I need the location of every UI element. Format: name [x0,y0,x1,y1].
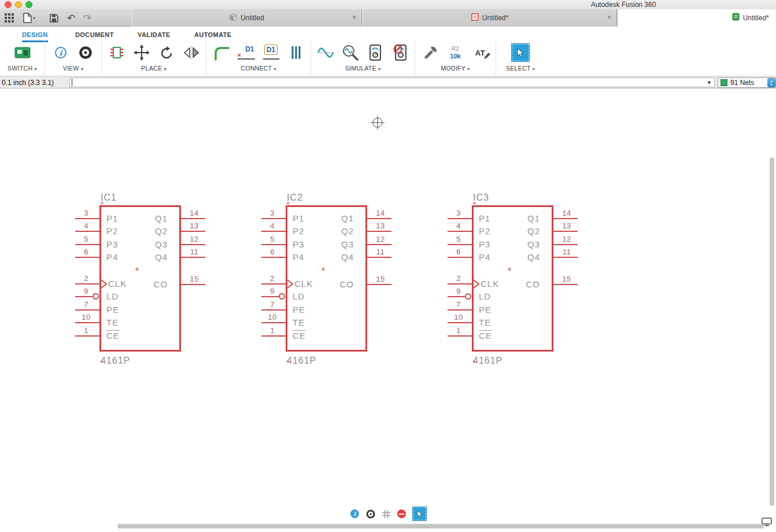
schematic-sheet[interactable]: i IC1++4161P+3P14P25P36P42CLK9LD7PE10TE1… [0,88,776,532]
component-IC1[interactable]: IC1++4161P+3P14P25P36P42CLK9LD7PE10TE1CE… [99,205,181,352]
grid-icon[interactable] [382,510,390,518]
pin-stub[interactable] [261,296,279,297]
pin-stub[interactable] [75,309,99,311]
close-window-button[interactable] [5,1,12,8]
nets-stepper[interactable]: ▲▼ [767,78,775,87]
net-label-icon[interactable]: ×D1 [236,42,257,64]
pin-stub[interactable] [75,335,99,337]
pin-stub[interactable] [261,257,286,258]
tab-document[interactable]: DOCUMENT [75,31,114,40]
pin-stub[interactable] [261,231,286,232]
info-icon[interactable]: i [350,509,359,518]
nets-selector[interactable]: 91 Nets ▲▼ [718,77,776,88]
switch-dropdown[interactable]: SWITCH ▾ [0,65,45,74]
command-input[interactable] [69,77,715,87]
switch-board-icon[interactable] [12,42,33,64]
pin-stub[interactable] [553,284,578,285]
label-icon[interactable]: D1 [261,42,282,64]
close-tab-icon[interactable]: × [607,14,611,21]
view-dropdown[interactable]: VIEW ▾ [45,65,101,74]
mirror-icon[interactable] [181,42,202,64]
select-tool-icon[interactable] [510,42,531,64]
select-dropdown[interactable]: SELECT ▾ [496,65,545,74]
component-value[interactable]: 4161P [473,356,502,366]
pin-stub[interactable] [367,231,391,232]
pin-stub[interactable] [261,322,286,323]
command-history-dropdown-icon[interactable]: ▼ [707,80,712,86]
pin-stub[interactable] [553,231,578,232]
pin-stub[interactable] [448,218,472,219]
pin-stub[interactable] [181,218,205,219]
change-value-icon[interactable]: R210k [445,42,466,64]
pin-stub[interactable] [261,335,286,337]
pin-stub[interactable] [448,322,472,323]
component-IC3[interactable]: IC3++4161P+3P14P25P36P42CLK9LD7PE10TE1CE… [472,205,553,352]
move-icon[interactable] [131,42,152,64]
undo-icon[interactable]: ↶ [67,13,75,23]
info-icon[interactable]: i [50,42,71,64]
inspect-waveform-icon[interactable] [340,42,361,64]
minimize-window-button[interactable] [15,1,22,8]
simulate-dropdown[interactable]: SIMULATE ▾ [311,65,415,74]
pin-stub[interactable] [181,284,205,285]
down-arrow-icon[interactable]: ▼ [770,83,773,86]
pin-stub[interactable] [75,322,99,323]
display-settings-icon[interactable] [762,518,772,529]
pin-stub[interactable] [448,296,465,297]
new-document-icon[interactable]: ▾ [23,13,35,23]
wrench-icon[interactable] [420,42,441,64]
pin-stub[interactable] [553,244,578,245]
document-tab-untitled-schematic[interactable]: Untitled* × [363,9,617,27]
document-tab-untitled-3d[interactable]: Untitled × [132,9,362,27]
visibility-icon[interactable] [366,509,375,519]
app-grid-icon[interactable] [5,13,14,23]
pin-stub[interactable] [261,218,286,219]
waveform-icon[interactable] [315,42,336,64]
attribute-icon[interactable]: AT [470,42,491,64]
document-tab-untitled-active[interactable]: Untitled* [617,9,776,27]
pin-stub[interactable] [367,257,391,258]
save-icon[interactable] [50,13,58,23]
zoom-window-button[interactable] [25,1,32,8]
horizontal-scrollbar[interactable] [117,524,764,529]
pin-stub[interactable] [553,218,578,219]
vertical-scrollbar[interactable] [770,157,774,506]
redo-icon[interactable]: ↷ [83,13,91,23]
modify-dropdown[interactable]: MODIFY ▾ [415,65,496,74]
place-part-icon[interactable] [106,42,127,64]
pin-stub[interactable] [75,257,99,258]
pin-stub[interactable] [367,284,391,285]
pin-stub[interactable] [181,244,205,245]
tab-automate[interactable]: AUTOMATE [194,31,232,40]
connect-dropdown[interactable]: CONNECT ▾ [206,65,311,74]
stop-icon[interactable] [397,509,406,518]
component-value[interactable]: 4161P [287,356,316,366]
rotate-icon[interactable] [156,42,177,64]
pin-stub[interactable] [448,257,472,258]
component-IC2[interactable]: IC2++4161P+3P14P25P36P42CLK9LD7PE10TE1CE… [286,205,367,352]
pin-stub[interactable] [261,309,286,311]
multimeter-icon[interactable] [365,42,386,64]
pin-stub[interactable] [553,257,578,258]
pin-stub[interactable] [261,283,286,285]
pin-stub[interactable] [367,218,391,219]
pin-stub[interactable] [367,244,391,245]
pin-stub[interactable] [75,231,99,232]
pin-stub[interactable] [75,244,99,245]
pin-stub[interactable] [75,296,93,297]
pin-stub[interactable] [181,231,205,232]
pin-stub[interactable] [75,283,99,285]
pin-stub[interactable] [181,257,205,258]
pin-stub[interactable] [261,244,286,245]
pin-stub[interactable] [448,283,472,285]
tab-validate[interactable]: VALIDATE [138,31,171,40]
pin-stub[interactable] [448,231,472,232]
multimeter-off-icon[interactable] [390,42,411,64]
component-value[interactable]: 4161P [101,356,130,366]
select-tool-icon[interactable] [413,507,426,520]
net-wire-icon[interactable] [211,42,232,64]
display-toggle-icon[interactable] [75,42,96,64]
pin-stub[interactable] [75,218,99,219]
pin-stub[interactable] [448,244,472,245]
place-dropdown[interactable]: PLACE ▾ [102,65,206,74]
